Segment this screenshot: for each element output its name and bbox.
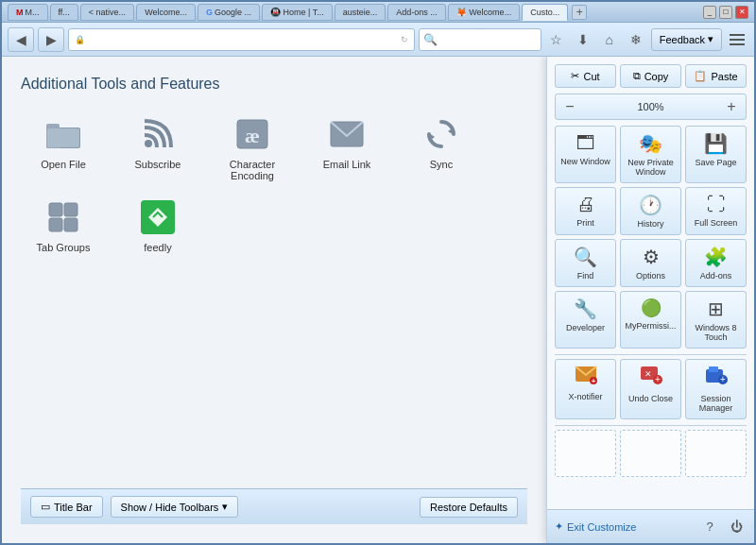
svg-text:+: + [655,374,661,384]
menu-button[interactable] [726,28,748,51]
save-page-item[interactable]: 💾 Save Page [685,126,747,183]
tab-addons[interactable]: Add-ons ... [387,4,446,21]
tool-feedly[interactable]: feedly [115,195,200,257]
tab-native[interactable]: < native... [80,4,134,21]
session-manager-item[interactable]: + Session Manager [685,359,747,419]
browser-toolbar: ◀ ▶ 🔒 ↻ 🔍 ☆ ⬇ ⌂ ❄ Feedback ▾ [2,23,754,57]
power-button[interactable]: ⏻ [726,517,747,537]
tab-google[interactable]: G Google ... [198,4,260,21]
zoom-out-button[interactable]: − [559,96,580,117]
tab-austeie[interactable]: austeie... [335,4,387,21]
new-tab-button[interactable]: + [572,5,587,20]
xnotifier-label: X-notifier [568,392,602,401]
footer-right-buttons: ? ⏻ [699,517,747,537]
title-bar-button[interactable]: ▭ Title Bar [30,496,103,518]
rss-icon [139,115,177,153]
cut-button[interactable]: ✂ Cut [555,64,616,88]
full-screen-item[interactable]: ⛶ Full Screen [685,187,747,235]
exit-customize-label: Exit Customize [567,521,636,533]
snowflake-icon[interactable]: ❄ [625,28,647,51]
popup-divider [555,354,747,355]
paste-label: Paste [711,71,737,82]
lock-icon: 🔒 [75,35,85,44]
session-manager-label: Session Manager [690,394,742,413]
bookmark-icon[interactable]: ☆ [545,28,568,51]
addons-icon: 🧩 [704,246,728,268]
maximize-button[interactable]: □ [719,6,732,19]
zoom-in-button[interactable]: + [721,96,742,117]
svg-text:+: + [720,374,726,384]
tool-feedly-label: feedly [144,242,171,253]
search-box[interactable]: 🔍 [419,28,541,51]
tool-open-file[interactable]: Open File [21,111,106,185]
xnotifier-icon: + [575,366,597,389]
tab-welcome1[interactable]: Welcome... [136,4,196,21]
address-input[interactable] [85,34,401,45]
tool-email-label: Email Link [323,159,371,170]
addons-item[interactable]: 🧩 Add-ons [685,239,747,287]
tool-sync[interactable]: Sync [399,111,484,185]
main-content: Additional Tools and Features Open File [2,57,754,543]
download-icon[interactable]: ⬇ [572,28,594,51]
copy-icon: ⧉ [633,70,641,82]
windows8-icon: ⊞ [708,298,724,320]
options-item[interactable]: ⚙ Options [620,239,681,287]
exit-customize-button[interactable]: ✦ Exit Customize [555,520,636,533]
tab-ff[interactable]: ff... [50,4,78,21]
tab-home[interactable]: 🚇 Home | T... [262,4,333,21]
windows8touch-item[interactable]: ⊞ Windows 8 Touch [685,291,747,349]
developer-item[interactable]: 🔧 Developer [555,291,616,349]
home-icon[interactable]: ⌂ [598,28,621,51]
tool-tab-groups[interactable]: Tab Groups [21,195,106,257]
undo-close-item[interactable]: ✕ + Undo Close [620,359,681,419]
window-controls: _ □ ✕ [703,6,748,19]
new-window-item[interactable]: 🗔 New Window [555,126,616,183]
mypermissions-item[interactable]: 🟢 MyPermissi... [620,291,681,349]
show-hide-toolbars-button[interactable]: Show / Hide Toolbars ▾ [111,496,239,518]
feedback-label: Feedback [660,34,705,45]
history-item[interactable]: 🕐 History [620,187,681,235]
customize-panel: Additional Tools and Features Open File [2,57,546,543]
undo-close-label: Undo Close [628,394,673,403]
tab-gmail[interactable]: M M... [8,4,48,21]
window-frame: M M... ff... < native... Welcome... G Go… [0,0,756,545]
minimize-button[interactable]: _ [703,6,716,19]
copy-button[interactable]: ⧉ Copy [620,64,681,88]
back-button[interactable]: ◀ [8,27,34,52]
panel-title: Additional Tools and Features [21,76,527,93]
xnotifier-item[interactable]: + X-notifier [555,359,616,419]
tool-sync-label: Sync [430,159,453,170]
tab-welcome2[interactable]: 🦊 Welcome... [448,4,520,21]
paste-button[interactable]: 📋 Paste [685,64,747,88]
feedback-button[interactable]: Feedback ▾ [651,28,722,51]
sync-icon [422,115,460,153]
new-window-label: New Window [560,157,610,166]
tool-subscribe[interactable]: Subscribe [115,111,200,185]
svg-text:✕: ✕ [644,369,652,379]
svg-point-4 [145,140,152,147]
tabgroups-icon [44,198,82,236]
copy-label: Copy [644,71,669,82]
forward-button[interactable]: ▶ [38,27,64,52]
tool-email-link[interactable]: Email Link [304,111,389,185]
fullscreen-icon: ⛶ [707,194,726,215]
restore-defaults-button[interactable]: Restore Defaults [420,497,518,518]
help-button[interactable]: ? [699,517,720,537]
tab-custo[interactable]: Custo... [522,4,568,21]
find-item[interactable]: 🔍 Find [555,239,616,287]
addons-label: Add-ons [700,271,732,281]
reload-icon[interactable]: ↻ [401,35,408,44]
toolbar-right: ☆ ⬇ ⌂ ❄ Feedback ▾ [545,28,748,51]
exit-star-icon: ✦ [555,520,563,533]
placeholder-3 [685,430,747,477]
print-item[interactable]: 🖨 Print [555,187,616,235]
cut-icon: ✂ [571,70,579,82]
zoom-plus-icon: + [727,98,735,115]
paste-icon: 📋 [694,70,707,82]
close-button[interactable]: ✕ [735,6,748,19]
svg-rect-10 [49,203,62,216]
tool-character-encoding[interactable]: æ Character Encoding [210,111,295,185]
new-private-icon: 🎭 [639,132,662,155]
new-private-window-item[interactable]: 🎭 New Private Window [620,126,681,183]
svg-rect-13 [64,218,77,231]
